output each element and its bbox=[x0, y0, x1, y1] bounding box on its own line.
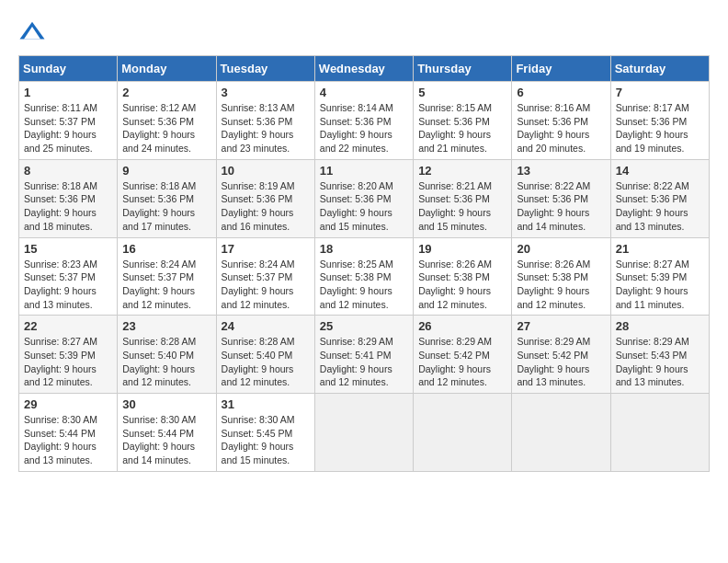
day-number: 27 bbox=[517, 319, 605, 333]
calendar-cell: 2 Sunrise: 8:12 AMSunset: 5:36 PMDayligh… bbox=[118, 82, 216, 160]
day-info: Sunrise: 8:20 AMSunset: 5:36 PMDaylight:… bbox=[320, 180, 393, 232]
calendar-cell: 17 Sunrise: 8:24 AMSunset: 5:37 PMDaylig… bbox=[216, 237, 314, 316]
day-number: 10 bbox=[222, 164, 310, 178]
calendar-cell: 7 Sunrise: 8:17 AMSunset: 5:36 PMDayligh… bbox=[610, 82, 709, 160]
day-info: Sunrise: 8:23 AMSunset: 5:37 PMDaylight:… bbox=[24, 259, 97, 310]
calendar-cell: 28 Sunrise: 8:29 AMSunset: 5:43 PMDaylig… bbox=[610, 316, 709, 394]
day-info: Sunrise: 8:30 AMSunset: 5:45 PMDaylight:… bbox=[222, 414, 295, 465]
calendar-cell: 13 Sunrise: 8:22 AMSunset: 5:36 PMDaylig… bbox=[512, 159, 610, 237]
day-info: Sunrise: 8:24 AMSunset: 5:37 PMDaylight:… bbox=[222, 259, 295, 310]
calendar-week-row: 22 Sunrise: 8:27 AMSunset: 5:39 PMDaylig… bbox=[19, 316, 710, 394]
calendar-cell: 25 Sunrise: 8:29 AMSunset: 5:41 PMDaylig… bbox=[314, 316, 413, 394]
day-number: 9 bbox=[122, 164, 210, 178]
day-info: Sunrise: 8:24 AMSunset: 5:37 PMDaylight:… bbox=[122, 259, 196, 310]
day-number: 15 bbox=[24, 242, 112, 256]
weekday-header-wednesday: Wednesday bbox=[314, 56, 413, 82]
day-info: Sunrise: 8:26 AMSunset: 5:38 PMDaylight:… bbox=[418, 259, 492, 310]
day-number: 8 bbox=[24, 164, 112, 178]
calendar-cell: 14 Sunrise: 8:22 AMSunset: 5:36 PMDaylig… bbox=[610, 159, 709, 237]
calendar-cell: 18 Sunrise: 8:25 AMSunset: 5:38 PMDaylig… bbox=[314, 237, 413, 316]
day-info: Sunrise: 8:30 AMSunset: 5:44 PMDaylight:… bbox=[24, 414, 97, 465]
day-number: 22 bbox=[24, 319, 112, 333]
day-number: 29 bbox=[24, 397, 112, 411]
calendar-cell: 31 Sunrise: 8:30 AMSunset: 5:45 PMDaylig… bbox=[216, 394, 314, 472]
weekday-header-tuesday: Tuesday bbox=[216, 56, 314, 82]
day-info: Sunrise: 8:17 AMSunset: 5:36 PMDaylight:… bbox=[616, 102, 689, 154]
day-number: 14 bbox=[616, 164, 704, 178]
calendar-cell bbox=[314, 394, 413, 472]
day-info: Sunrise: 8:29 AMSunset: 5:42 PMDaylight:… bbox=[418, 336, 492, 387]
day-info: Sunrise: 8:21 AMSunset: 5:36 PMDaylight:… bbox=[418, 180, 492, 232]
calendar-cell: 26 Sunrise: 8:29 AMSunset: 5:42 PMDaylig… bbox=[414, 316, 512, 394]
day-number: 11 bbox=[320, 164, 408, 178]
calendar-cell: 24 Sunrise: 8:28 AMSunset: 5:40 PMDaylig… bbox=[216, 316, 314, 394]
day-number: 3 bbox=[222, 86, 310, 99]
calendar-cell bbox=[414, 394, 512, 472]
day-info: Sunrise: 8:26 AMSunset: 5:38 PMDaylight:… bbox=[517, 259, 590, 310]
day-info: Sunrise: 8:18 AMSunset: 5:36 PMDaylight:… bbox=[122, 180, 196, 232]
day-number: 17 bbox=[222, 242, 310, 256]
day-info: Sunrise: 8:12 AMSunset: 5:36 PMDaylight:… bbox=[122, 102, 196, 154]
day-info: Sunrise: 8:29 AMSunset: 5:41 PMDaylight:… bbox=[320, 336, 393, 387]
calendar-header-row: SundayMondayTuesdayWednesdayThursdayFrid… bbox=[19, 56, 710, 82]
weekday-header-sunday: Sunday bbox=[19, 56, 118, 82]
day-info: Sunrise: 8:16 AMSunset: 5:36 PMDaylight:… bbox=[517, 102, 590, 154]
calendar-cell: 1 Sunrise: 8:11 AMSunset: 5:37 PMDayligh… bbox=[19, 82, 118, 160]
calendar-table: SundayMondayTuesdayWednesdayThursdayFrid… bbox=[18, 55, 710, 472]
day-number: 26 bbox=[418, 319, 506, 333]
weekday-header-friday: Friday bbox=[512, 56, 610, 82]
day-number: 30 bbox=[122, 397, 210, 411]
calendar-cell: 21 Sunrise: 8:27 AMSunset: 5:39 PMDaylig… bbox=[610, 237, 709, 316]
day-info: Sunrise: 8:11 AMSunset: 5:37 PMDaylight:… bbox=[24, 102, 97, 154]
day-info: Sunrise: 8:29 AMSunset: 5:42 PMDaylight:… bbox=[517, 336, 590, 387]
calendar-cell: 10 Sunrise: 8:19 AMSunset: 5:36 PMDaylig… bbox=[216, 159, 314, 237]
calendar-cell: 19 Sunrise: 8:26 AMSunset: 5:38 PMDaylig… bbox=[414, 237, 512, 316]
calendar-cell: 23 Sunrise: 8:28 AMSunset: 5:40 PMDaylig… bbox=[118, 316, 216, 394]
day-number: 23 bbox=[122, 319, 210, 333]
day-info: Sunrise: 8:28 AMSunset: 5:40 PMDaylight:… bbox=[222, 336, 295, 387]
day-number: 21 bbox=[616, 242, 704, 256]
day-info: Sunrise: 8:27 AMSunset: 5:39 PMDaylight:… bbox=[24, 336, 97, 387]
calendar-cell: 4 Sunrise: 8:14 AMSunset: 5:36 PMDayligh… bbox=[314, 82, 413, 160]
calendar-cell: 5 Sunrise: 8:15 AMSunset: 5:36 PMDayligh… bbox=[414, 82, 512, 160]
day-info: Sunrise: 8:13 AMSunset: 5:36 PMDaylight:… bbox=[222, 102, 295, 154]
calendar-week-row: 29 Sunrise: 8:30 AMSunset: 5:44 PMDaylig… bbox=[19, 394, 710, 472]
day-info: Sunrise: 8:28 AMSunset: 5:40 PMDaylight:… bbox=[122, 336, 196, 387]
calendar-cell: 15 Sunrise: 8:23 AMSunset: 5:37 PMDaylig… bbox=[19, 237, 118, 316]
day-number: 16 bbox=[122, 242, 210, 256]
page-header bbox=[18, 18, 710, 46]
calendar-cell: 9 Sunrise: 8:18 AMSunset: 5:36 PMDayligh… bbox=[118, 159, 216, 237]
day-info: Sunrise: 8:22 AMSunset: 5:36 PMDaylight:… bbox=[616, 180, 689, 232]
calendar-cell: 22 Sunrise: 8:27 AMSunset: 5:39 PMDaylig… bbox=[19, 316, 118, 394]
calendar-cell: 30 Sunrise: 8:30 AMSunset: 5:44 PMDaylig… bbox=[118, 394, 216, 472]
calendar-cell: 6 Sunrise: 8:16 AMSunset: 5:36 PMDayligh… bbox=[512, 82, 610, 160]
day-number: 28 bbox=[616, 319, 704, 333]
day-number: 4 bbox=[320, 86, 408, 99]
calendar-cell bbox=[610, 394, 709, 472]
day-info: Sunrise: 8:25 AMSunset: 5:38 PMDaylight:… bbox=[320, 259, 393, 310]
calendar-cell: 8 Sunrise: 8:18 AMSunset: 5:36 PMDayligh… bbox=[19, 159, 118, 237]
day-info: Sunrise: 8:19 AMSunset: 5:36 PMDaylight:… bbox=[222, 180, 295, 232]
calendar-cell: 29 Sunrise: 8:30 AMSunset: 5:44 PMDaylig… bbox=[19, 394, 118, 472]
weekday-header-saturday: Saturday bbox=[610, 56, 709, 82]
calendar-cell: 27 Sunrise: 8:29 AMSunset: 5:42 PMDaylig… bbox=[512, 316, 610, 394]
day-number: 25 bbox=[320, 319, 408, 333]
calendar-week-row: 15 Sunrise: 8:23 AMSunset: 5:37 PMDaylig… bbox=[19, 237, 710, 316]
logo bbox=[18, 18, 50, 46]
day-number: 2 bbox=[122, 86, 210, 99]
day-number: 18 bbox=[320, 242, 408, 256]
day-info: Sunrise: 8:29 AMSunset: 5:43 PMDaylight:… bbox=[616, 336, 689, 387]
day-number: 13 bbox=[517, 164, 605, 178]
day-info: Sunrise: 8:15 AMSunset: 5:36 PMDaylight:… bbox=[418, 102, 492, 154]
day-number: 7 bbox=[616, 86, 704, 99]
weekday-header-monday: Monday bbox=[118, 56, 216, 82]
day-info: Sunrise: 8:30 AMSunset: 5:44 PMDaylight:… bbox=[122, 414, 196, 465]
day-number: 24 bbox=[222, 319, 310, 333]
day-number: 6 bbox=[517, 86, 605, 99]
day-info: Sunrise: 8:14 AMSunset: 5:36 PMDaylight:… bbox=[320, 102, 393, 154]
day-info: Sunrise: 8:18 AMSunset: 5:36 PMDaylight:… bbox=[24, 180, 97, 232]
weekday-header-thursday: Thursday bbox=[414, 56, 512, 82]
day-info: Sunrise: 8:22 AMSunset: 5:36 PMDaylight:… bbox=[517, 180, 590, 232]
calendar-cell: 11 Sunrise: 8:20 AMSunset: 5:36 PMDaylig… bbox=[314, 159, 413, 237]
calendar-week-row: 1 Sunrise: 8:11 AMSunset: 5:37 PMDayligh… bbox=[19, 82, 710, 160]
